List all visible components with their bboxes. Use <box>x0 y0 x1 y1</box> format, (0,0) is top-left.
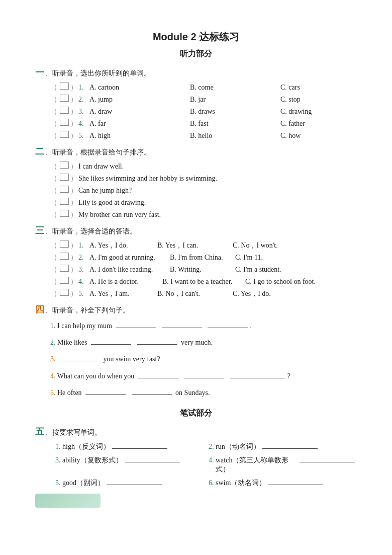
part-five-items: 1. high（反义词） 2. run（动名词） 3. ability（复数形式… <box>50 442 357 488</box>
option-c: C. No，I won't. <box>233 241 278 250</box>
option-a: A. I'm good at running. <box>89 254 170 262</box>
part-one-instruction: 、听录音，选出你所听到的单词。 <box>45 69 151 78</box>
item-label: swim（动名词） <box>216 479 266 488</box>
option-b: B. hello <box>190 132 280 140</box>
option-c: C. I'm a student. <box>235 266 281 274</box>
option-c: C. Yes，I do. <box>233 289 271 298</box>
answer-blank <box>60 119 69 126</box>
list-item: （ ） 1. A. cartoon B. come C. cars <box>50 83 357 92</box>
list-item: （ ） 3. A. I don't like reading. B. Writi… <box>50 265 357 274</box>
answer-blank <box>60 107 69 114</box>
answer-blank <box>60 83 69 90</box>
item-num: 1. <box>78 84 89 92</box>
list-item: 1. I can help my mum . <box>50 320 357 332</box>
answer-blank <box>60 253 69 260</box>
fill-num: 1. <box>50 322 56 330</box>
item-label: good（副词） <box>62 479 105 488</box>
list-item: （ ） 5. A. high B. hello C. how <box>50 131 357 140</box>
answer-blank <box>208 321 248 328</box>
part-two-header: 二 、听录音，根据录音给句子排序。 <box>35 145 357 157</box>
fill-num: 3. <box>50 355 56 363</box>
answer-blank <box>60 265 69 272</box>
answer-blank <box>60 174 69 181</box>
list-item: 1. high（反义词） <box>55 442 204 451</box>
sentence-text: Lily is good at drawing. <box>78 199 146 207</box>
part-three-instruction: 、听录音，选择合适的答语。 <box>45 227 137 236</box>
answer-blank <box>300 455 355 462</box>
answer-blank <box>60 186 69 193</box>
fill-num: 2. <box>50 339 56 346</box>
item-num: 2. <box>209 443 214 451</box>
list-item: （ ） Lily is good at drawing. <box>50 198 357 207</box>
list-item: （ ） My brother can run very fast. <box>50 210 357 219</box>
list-item: （ ） 3. A. draw B. draws C. drawing <box>50 107 357 116</box>
item-label: watch（第三人称单数形式） <box>216 456 298 474</box>
item-num: 3. <box>78 266 89 274</box>
list-item: （ ） 5. A. Yes，I am. B. No，I can't. C. Ye… <box>50 289 357 298</box>
list-item: 4. watch（第三人称单数形式） <box>209 455 357 474</box>
part-three-items: （ ） 1. A. Yes，I do. B. Yes，I can. C. No，… <box>50 241 357 298</box>
option-b: B. Writing. <box>170 266 235 274</box>
answer-blank <box>60 95 69 102</box>
answer-blank <box>116 321 156 328</box>
part-one-header: 一 、听录音，选出你所听到的单词。 <box>35 66 357 78</box>
fill-num: 5. <box>50 389 56 397</box>
option-a: A. high <box>89 132 190 140</box>
sentence-text: My brother can run very fast. <box>78 211 161 219</box>
item-label: ability（复数形式） <box>62 456 123 465</box>
item-num: 5. <box>78 132 89 140</box>
answer-blank <box>85 388 126 395</box>
item-label: high（反义词） <box>62 442 110 451</box>
listening-section-title: 听力部分 <box>35 49 357 59</box>
list-item: 2. Mike likes very much. <box>50 336 357 349</box>
option-a: A. Yes，I am. <box>89 289 157 298</box>
list-item: （ ） 4. A. far B. fast C. father <box>50 119 357 128</box>
answer-blank <box>60 210 69 217</box>
option-b: B. draws <box>190 108 280 116</box>
list-item: （ ） 1. A. Yes，I do. B. Yes，I can. C. No，… <box>50 241 357 250</box>
part-two-instruction: 、听录音，根据录音给句子排序。 <box>45 148 151 157</box>
item-num: 1. <box>55 443 61 451</box>
part-five-instruction: 、按要求写单词。 <box>45 428 102 437</box>
list-item: 5. good（副词） <box>55 478 204 488</box>
part-four-number: 四 <box>35 303 44 315</box>
option-c: C. I'm 11. <box>235 254 263 262</box>
option-b: B. Yes，I can. <box>157 241 233 250</box>
option-a: A. cartoon <box>89 84 190 92</box>
answer-blank <box>125 455 180 462</box>
item-num: 1. <box>78 242 89 250</box>
main-title: Module 2 达标练习 <box>35 30 357 44</box>
option-a: A. far <box>89 120 190 128</box>
option-c: C. cars <box>280 84 300 92</box>
option-a: A. jump <box>89 96 190 104</box>
part-two-sentences: （ ） I can draw well. （ ） She likes swimm… <box>50 162 357 219</box>
option-b: B. I want to be a teacher. <box>162 278 245 286</box>
part-four-header: 四 、听录音，补全下列句子。 <box>35 303 357 315</box>
answer-blank <box>91 338 131 345</box>
list-item: 4. What can you do when you ? <box>50 370 357 382</box>
part-four-items: 1. I can help my mum . 2. Mike likes ver… <box>50 320 357 399</box>
sentence-text: Can he jump high? <box>78 187 132 195</box>
list-item: 3. you swim very fast? <box>50 353 357 365</box>
option-c: C. father <box>280 120 305 128</box>
item-num: 5. <box>55 479 61 487</box>
option-c: C. I go to school on foot. <box>245 278 316 286</box>
list-item: 2. run（动名词） <box>209 442 357 451</box>
part-two-number: 二 <box>35 145 44 157</box>
answer-blank <box>162 321 202 328</box>
part-four-instruction: 、听录音，补全下列句子。 <box>45 306 130 315</box>
item-num: 4. <box>78 120 89 128</box>
part-five-grid: 1. high（反义词） 2. run（动名词） 3. ability（复数形式… <box>55 442 357 488</box>
list-item: （ ） She likes swimming and her hobby is … <box>50 174 357 183</box>
item-num: 3. <box>55 456 61 464</box>
answer-blank <box>132 388 172 395</box>
part-one-items: （ ） 1. A. cartoon B. come C. cars （ ） 2.… <box>50 83 357 140</box>
item-num: 6. <box>209 479 214 487</box>
part-five-number: 五 <box>35 426 44 438</box>
option-a: A. Yes，I do. <box>89 241 157 250</box>
part-three-header: 三 、听录音，选择合适的答语。 <box>35 224 357 236</box>
answer-blank <box>60 131 69 138</box>
item-num: 4. <box>209 456 214 464</box>
answer-blank <box>184 371 224 378</box>
list-item: 6. swim（动名词） <box>209 478 357 488</box>
